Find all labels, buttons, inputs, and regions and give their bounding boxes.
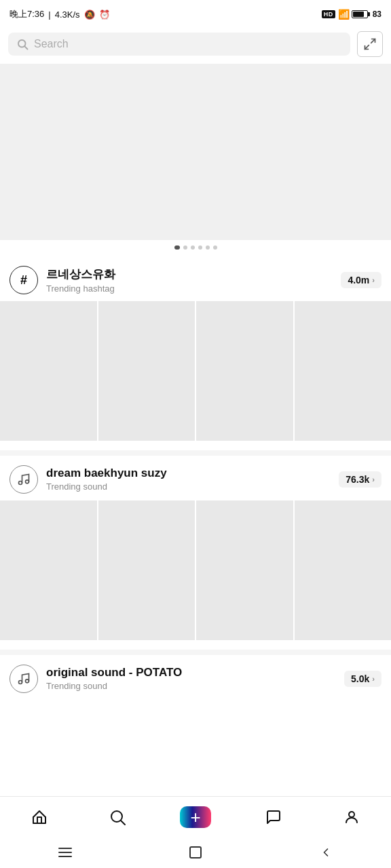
- thumb-cell[interactable]: [0, 500, 97, 640]
- section-left-sound2: original sound - POTATO Trending sound: [10, 665, 182, 693]
- note-icon-1: [17, 473, 31, 486]
- inbox-icon: [265, 809, 282, 825]
- hashtag-count-badge[interactable]: 4.0m ›: [341, 272, 381, 288]
- sound1-thumb-grid: [0, 498, 391, 650]
- android-back-button[interactable]: [261, 837, 391, 868]
- add-button[interactable]: +: [180, 806, 211, 828]
- search-placeholder: Search: [34, 38, 69, 50]
- sound1-chevron-icon: ›: [372, 475, 375, 484]
- section-text-hashtag: 르네상스유화 Trending hashtag: [46, 267, 115, 294]
- svg-point-4: [19, 481, 22, 484]
- section-text-sound2: original sound - POTATO Trending sound: [46, 666, 182, 691]
- music-icon-2: [10, 665, 38, 693]
- sound2-count: 5.0k: [351, 673, 369, 684]
- alarm-icon: ⏰: [99, 9, 110, 20]
- search-bar[interactable]: Search: [8, 33, 350, 56]
- section-header-sound2: original sound - POTATO Trending sound 5…: [0, 662, 391, 697]
- thumb-cell[interactable]: [196, 301, 293, 441]
- nav-item-profile[interactable]: [313, 797, 391, 837]
- hd-badge: HD: [322, 10, 335, 18]
- home-icon: [31, 809, 48, 825]
- thumb-cell[interactable]: [98, 301, 196, 441]
- expand-icon: [363, 37, 377, 51]
- back-icon: [319, 846, 333, 859]
- android-nav-bar: [0, 837, 391, 868]
- status-bar: 晚上7:36 | 4.3K/s 🔕 ⏰ HD 📶 83: [0, 0, 391, 27]
- thumb-cell[interactable]: [196, 500, 293, 640]
- status-left: 晚上7:36 | 4.3K/s 🔕 ⏰: [10, 8, 110, 20]
- android-menu-button[interactable]: [0, 837, 130, 868]
- nav-item-discover[interactable]: [78, 797, 156, 837]
- svg-line-9: [121, 821, 125, 825]
- content-area: # 르네상스유화 Trending hashtag 4.0m ›: [0, 64, 391, 769]
- divider: [0, 650, 391, 655]
- svg-point-10: [349, 812, 354, 817]
- dot-3: [198, 245, 202, 250]
- dot-4: [206, 245, 210, 250]
- svg-line-2: [371, 39, 375, 43]
- thumb-cell[interactable]: [295, 301, 392, 441]
- dot-2: [191, 245, 195, 250]
- home-circle-icon: [189, 846, 202, 859]
- section-header-sound1: dream baekhyun suzy Trending sound 76.3k…: [0, 462, 391, 498]
- section-sound1: dream baekhyun suzy Trending sound 76.3k…: [0, 456, 391, 650]
- section-left-hashtag: # 르네상스유화 Trending hashtag: [10, 266, 115, 294]
- sound1-title: dream baekhyun suzy: [46, 467, 167, 480]
- sound1-count-badge[interactable]: 76.3k ›: [339, 471, 381, 488]
- hashtag-thumb-grid: [0, 298, 391, 450]
- divider: [0, 450, 391, 456]
- thumb-cell[interactable]: [98, 500, 196, 640]
- svg-point-5: [26, 480, 29, 484]
- sound1-subtitle: Trending sound: [46, 481, 167, 492]
- battery: [352, 10, 368, 18]
- hashtag-title: 르네상스유화: [46, 267, 115, 282]
- sound1-count: 76.3k: [346, 474, 369, 485]
- expand-button[interactable]: [357, 31, 383, 57]
- plus-icon: +: [190, 808, 200, 826]
- hashtag-count: 4.0m: [348, 275, 369, 285]
- hashtag-chevron-icon: ›: [372, 276, 375, 284]
- thumb-cell[interactable]: [295, 500, 392, 640]
- section-left-sound1: dream baekhyun suzy Trending sound: [10, 465, 167, 494]
- sound2-chevron-icon: ›: [372, 675, 375, 683]
- sound2-count-badge[interactable]: 5.0k ›: [344, 671, 381, 687]
- banner-carousel[interactable]: [0, 64, 391, 240]
- svg-line-1: [24, 46, 27, 49]
- mute-icon: 🔕: [84, 9, 95, 20]
- separator: |: [48, 9, 50, 20]
- discover-icon: [109, 809, 126, 825]
- bottom-nav: +: [0, 796, 391, 837]
- carousel-dots: [0, 240, 391, 256]
- status-time: 晚上7:36: [10, 8, 44, 20]
- music-icon-1: [10, 465, 38, 494]
- dot-0: [174, 245, 180, 250]
- dot-1: [183, 245, 187, 250]
- battery-percent: 83: [373, 9, 381, 19]
- nav-item-home[interactable]: [0, 797, 78, 837]
- svg-point-7: [26, 679, 29, 682]
- nav-item-inbox[interactable]: [235, 797, 313, 837]
- nav-item-add[interactable]: +: [156, 797, 234, 837]
- dot-5: [213, 245, 217, 250]
- section-hashtag: # 르네상스유화 Trending hashtag 4.0m ›: [0, 256, 391, 450]
- hamburger-icon: [58, 848, 72, 857]
- section-header-hashtag: # 르네상스유화 Trending hashtag 4.0m ›: [0, 263, 391, 298]
- svg-point-6: [19, 680, 22, 684]
- signal-icon: 📶: [338, 9, 349, 20]
- sound2-title: original sound - POTATO: [46, 666, 182, 679]
- section-sound2: original sound - POTATO Trending sound 5…: [0, 655, 391, 697]
- search-icon: [16, 38, 29, 50]
- network-speed: 4.3K/s: [55, 9, 80, 20]
- hashtag-icon: #: [10, 266, 38, 294]
- note-icon-2: [17, 672, 31, 686]
- android-home-button[interactable]: [130, 837, 261, 868]
- section-text-sound1: dream baekhyun suzy Trending sound: [46, 467, 167, 492]
- thumb-cell[interactable]: [0, 301, 97, 441]
- status-right: HD 📶 83: [322, 9, 381, 20]
- sound2-subtitle: Trending sound: [46, 681, 182, 691]
- hashtag-subtitle: Trending hashtag: [46, 283, 115, 294]
- svg-line-3: [365, 45, 369, 50]
- search-bar-container: Search: [0, 27, 391, 64]
- profile-icon: [343, 809, 360, 825]
